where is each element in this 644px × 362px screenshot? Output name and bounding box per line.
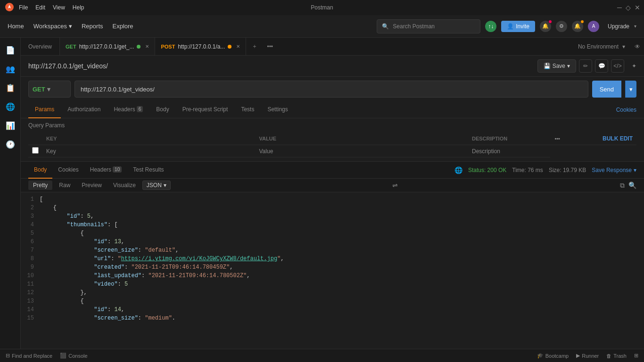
param-desc-input-cell[interactable]: Description [468, 145, 550, 157]
search-icon: 🔍 [382, 23, 389, 30]
sidebar-item-environments[interactable]: 🌐 [2, 98, 19, 115]
code-line-6: 6 "id": 13, [21, 239, 644, 247]
upgrade-button[interactable]: Upgrade [608, 23, 629, 30]
req-tab-tests[interactable]: Tests [234, 101, 261, 118]
menu-help[interactable]: Help [73, 4, 84, 11]
edit-icon-button[interactable]: ✏ [579, 59, 592, 73]
close-button[interactable]: ✕ [635, 4, 640, 11]
bottom-right-actions: 🎓 Bootcamp ▶ Runner 🗑 Trash ⊞ [537, 353, 638, 359]
menu-view[interactable]: View [53, 4, 65, 11]
tab-add-button[interactable]: ＋ [246, 38, 263, 55]
req-tab-body[interactable]: Body [149, 101, 175, 118]
restore-button[interactable]: ◇ [626, 4, 631, 11]
resp-tab-headers[interactable]: Headers 10 [84, 162, 127, 179]
tab-post-request[interactable]: POST http://127.0.0.1/a... ✕ [155, 38, 246, 55]
save-resp-chevron-icon: ▾ [634, 167, 636, 173]
tab-url-get: http://127.0.0.1/get_... [79, 43, 134, 50]
comment-icon-button[interactable]: 💬 [595, 59, 608, 73]
wrap-lines-button[interactable]: ⇌ [392, 181, 398, 189]
environment-eye-icon[interactable]: 👁 [631, 38, 644, 55]
tab-close-get[interactable]: ✕ [145, 44, 149, 49]
trash-button[interactable]: 🗑 Trash [606, 353, 627, 359]
code-line-13: 13 { [21, 298, 644, 306]
resp-tab-cookies[interactable]: Cookies [52, 162, 84, 179]
nav-reports[interactable]: Reports [82, 23, 103, 30]
menu-edit[interactable]: Edit [35, 4, 45, 11]
param-key-input-cell[interactable]: Key [42, 145, 256, 157]
cookies-link[interactable]: Cookies [616, 107, 636, 113]
search-code-button[interactable]: 🔍 [628, 181, 636, 189]
expand-button[interactable]: ⊞ [634, 353, 638, 359]
sidebar-item-new[interactable]: 📄 [2, 41, 19, 58]
avatar[interactable]: A [588, 21, 599, 32]
sidebar-item-requests[interactable]: 📋 [2, 79, 19, 96]
bootcamp-button[interactable]: 🎓 Bootcamp [537, 353, 569, 359]
sidebar-item-history[interactable]: 🕐 [2, 136, 19, 153]
copy-button[interactable]: ⧉ [620, 181, 625, 189]
response-section: Body Cookies Headers 10 Test Results 🌐 S… [21, 161, 644, 349]
req-tab-settings[interactable]: Settings [261, 101, 294, 118]
url-input[interactable] [74, 81, 588, 98]
magic-icon[interactable]: ✦ [632, 63, 636, 69]
nav-explore[interactable]: Explore [113, 23, 133, 30]
save-chevron-icon: ▾ [567, 63, 570, 69]
send-dropdown-button[interactable]: ▾ [625, 81, 636, 98]
notification-icon[interactable]: 🔔 [540, 21, 551, 32]
code-body: 1 [ 2 { 3 "id": 5, 4 "thumbnails": [ [21, 192, 644, 349]
params-col-description: DESCRIPTION [468, 132, 550, 145]
runner-button[interactable]: ▶ Runner [576, 353, 599, 359]
settings-icon[interactable]: ⚙ [556, 21, 567, 32]
format-type-selector[interactable]: JSON ▾ [142, 181, 171, 190]
req-tab-pre-request[interactable]: Pre-request Script [176, 101, 235, 118]
save-button[interactable]: 💾 Save ▾ [537, 59, 576, 73]
fmt-tab-visualize[interactable]: Visualize [108, 181, 140, 190]
response-tabs-bar: Body Cookies Headers 10 Test Results 🌐 S… [21, 162, 644, 179]
invite-icon: 👤 [507, 23, 514, 30]
send-button[interactable]: Send [592, 81, 621, 98]
params-more-icon[interactable]: ••• [550, 132, 564, 145]
app-logo [5, 2, 14, 13]
tab-overview[interactable]: Overview [21, 38, 60, 55]
invite-button[interactable]: 👤 Invite [501, 21, 535, 32]
resp-tab-body[interactable]: Body [28, 162, 52, 179]
tab-close-post[interactable]: ✕ [236, 44, 240, 49]
resp-tab-test-results[interactable]: Test Results [127, 162, 169, 179]
find-replace-button[interactable]: ⊟ Find and Replace [6, 353, 52, 359]
bulk-edit-button[interactable]: Bulk Edit [564, 132, 636, 145]
sync-icon[interactable]: ↑↓ [485, 21, 496, 32]
environment-selector[interactable]: No Environment ▾ [572, 38, 631, 55]
param-value-input-cell[interactable]: Value [256, 145, 469, 157]
menu-file[interactable]: File [19, 4, 28, 11]
fmt-tab-raw[interactable]: Raw [54, 181, 75, 190]
query-params-section: Query Params KEY VALUE DESCRIPTION ••• B… [21, 118, 644, 161]
search-bar[interactable]: 🔍 Search Postman [377, 19, 480, 33]
request-header: http://127.0.0.1/get_videos/ 💾 Save ▾ ✏ … [21, 56, 644, 77]
sidebar-item-monitor[interactable]: 📊 [2, 117, 19, 134]
params-col-key: KEY [42, 132, 256, 145]
tab-more-button[interactable]: ••• [263, 38, 277, 55]
req-tab-params[interactable]: Params [28, 101, 61, 118]
save-response-button[interactable]: Save Response ▾ [592, 167, 636, 173]
minimize-button[interactable]: ─ [617, 4, 622, 11]
param-checkbox[interactable] [32, 147, 39, 154]
code-icon-button[interactable]: </> [611, 59, 624, 73]
fmt-tab-pretty[interactable]: Pretty [28, 181, 52, 190]
tab-url-post: http://127.0.0.1/a... [178, 43, 225, 50]
req-tab-authorization[interactable]: Authorization [61, 101, 107, 118]
nav-workspaces[interactable]: Workspaces ▾ [33, 23, 72, 30]
globe-icon: 🌐 [454, 166, 462, 174]
req-tab-headers[interactable]: Headers 6 [107, 101, 149, 118]
tab-get-request[interactable]: GET http://127.0.0.1/get_... ✕ [60, 38, 155, 55]
alerts-icon[interactable]: 🔔 [572, 21, 583, 32]
code-line-4: 4 "thumbnails": [ [21, 222, 644, 230]
sidebar-item-collections[interactable]: 👥 [2, 60, 19, 77]
fmt-tab-preview[interactable]: Preview [77, 181, 107, 190]
code-line-7: 7 "screen_size": "default", [21, 247, 644, 255]
response-size: Size: 19.79 KB [549, 167, 586, 173]
console-button[interactable]: ⬛ Console [60, 353, 87, 359]
code-line-15: 15 "screen_size": "medium". [21, 315, 644, 323]
method-selector[interactable]: GET ▾ [28, 81, 71, 98]
nav-home[interactable]: Home [8, 23, 24, 30]
content-area: Overview GET http://127.0.0.1/get_... ✕ … [21, 38, 644, 349]
tab-dot-post [228, 45, 231, 49]
